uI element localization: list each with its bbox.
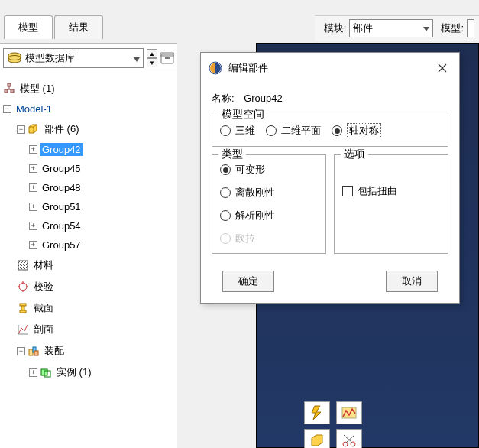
svg-rect-26 xyxy=(20,310,26,313)
section-icon xyxy=(17,302,29,314)
tree-group54[interactable]: + Group54 xyxy=(2,216,176,235)
tree-group45[interactable]: + Group45 xyxy=(2,159,176,178)
module-select-value: 部件 xyxy=(353,21,373,35)
name-label: 名称: xyxy=(212,93,235,104)
tree-group51[interactable]: + Group51 xyxy=(2,197,176,216)
tree-sections[interactable]: 截面 xyxy=(2,297,176,319)
model-root-icon xyxy=(3,83,15,95)
svg-line-17 xyxy=(21,263,28,270)
tree-assembly-label: 装配 xyxy=(42,343,66,359)
tab-model[interactable]: 模型 xyxy=(4,15,53,39)
tree-group48-label: Group48 xyxy=(40,181,83,194)
collapse-icon[interactable]: − xyxy=(17,125,25,134)
tree-calibrations-label: 校验 xyxy=(31,279,56,294)
radio-2d-planar[interactable]: 二维平面 xyxy=(266,124,321,138)
model-label: 模型: xyxy=(441,21,464,35)
tree-model-1-label: Model-1 xyxy=(14,102,54,115)
svg-line-41 xyxy=(344,435,352,443)
spin-up-icon[interactable]: ▲ xyxy=(147,49,157,58)
tree-materials-label: 材料 xyxy=(31,258,56,273)
svg-rect-5 xyxy=(8,83,11,86)
chevron-down-icon xyxy=(423,24,429,33)
radio-discrete-rigid[interactable]: 离散刚性 xyxy=(220,186,275,200)
expand-icon[interactable]: + xyxy=(29,222,37,230)
fieldset-model-space: 模型空间 三维 二维平面 轴对称 xyxy=(212,115,448,147)
collapse-icon[interactable]: − xyxy=(17,347,25,355)
tree-sections-label: 截面 xyxy=(31,300,56,316)
fieldset-type: 类型 可变形 离散刚性 解析刚性 欧拉 xyxy=(212,154,326,254)
db-select-label: 模型数据库 xyxy=(25,51,75,65)
module-select[interactable]: 部件 xyxy=(349,19,433,37)
checkbox-icon xyxy=(342,186,353,196)
collapse-icon[interactable]: − xyxy=(3,105,11,113)
checkbox-include-twist[interactable]: 包括扭曲 xyxy=(342,184,440,198)
svg-rect-4 xyxy=(165,57,170,59)
tree-group42-label: Group42 xyxy=(40,143,83,156)
cancel-button[interactable]: 取消 xyxy=(386,271,438,292)
radio-deformable[interactable]: 可变形 xyxy=(220,163,265,177)
tab-results[interactable]: 结果 xyxy=(54,15,103,39)
expand-icon[interactable]: + xyxy=(29,145,37,154)
ok-button[interactable]: 确定 xyxy=(222,271,274,292)
close-button[interactable] xyxy=(433,59,451,77)
expand-icon[interactable]: + xyxy=(29,183,37,192)
svg-rect-9 xyxy=(11,89,14,93)
model-tree: 模型 (1) − Model-1 − 部件 (6) + Group42 + Gr… xyxy=(0,73,177,388)
db-select[interactable]: 模型数据库 xyxy=(3,48,144,68)
tree-group57-label: Group57 xyxy=(40,239,83,252)
tree-calibrations[interactable]: 校验 xyxy=(2,276,176,297)
svg-point-19 xyxy=(19,283,27,291)
tree-profiles-label: 剖面 xyxy=(31,322,56,337)
expand-icon[interactable]: + xyxy=(29,241,37,249)
name-value: Group42 xyxy=(244,93,283,104)
tree-parts[interactable]: − 部件 (6) xyxy=(2,118,176,140)
svg-rect-25 xyxy=(21,306,24,310)
assembly-icon xyxy=(28,345,40,357)
part-icon xyxy=(28,123,40,135)
db-row: 模型数据库 ▲ ▼ xyxy=(0,44,177,73)
name-row: 名称: Group42 xyxy=(212,91,448,106)
tool-cut-icon[interactable] xyxy=(336,429,362,448)
type-legend: 类型 xyxy=(218,148,246,161)
tree-profiles[interactable]: 剖面 xyxy=(2,319,176,340)
tree-instances-label: 实例 (1) xyxy=(54,365,94,380)
svg-line-15 xyxy=(18,261,24,266)
expand-icon[interactable]: + xyxy=(29,203,37,211)
abaqus-icon xyxy=(209,61,222,75)
dialog-title: 编辑部件 xyxy=(228,61,268,75)
module-label: 模块: xyxy=(324,21,347,35)
calibration-icon xyxy=(17,281,29,293)
tool-shape-icon[interactable] xyxy=(304,429,330,448)
archive-icon[interactable] xyxy=(160,51,174,65)
tree-group48[interactable]: + Group48 xyxy=(2,178,176,197)
spin-down-icon[interactable]: ▼ xyxy=(147,58,157,67)
database-icon xyxy=(7,52,22,64)
tree-group42[interactable]: + Group42 xyxy=(2,140,176,159)
tree-group51-label: Group51 xyxy=(40,200,83,213)
part-toolbox xyxy=(304,401,364,448)
dialog-titlebar: 编辑部件 xyxy=(201,53,459,83)
tool-wave-icon[interactable] xyxy=(336,401,362,424)
tree-model-1[interactable]: − Model-1 xyxy=(2,99,176,118)
tree-group57[interactable]: + Group57 xyxy=(2,235,176,255)
tree-models-root[interactable]: 模型 (1) xyxy=(2,78,176,99)
instance-icon xyxy=(40,366,52,378)
tool-lightning-icon[interactable] xyxy=(304,401,330,424)
tree-materials[interactable]: 材料 xyxy=(2,255,176,276)
tree-assembly[interactable]: − 装配 xyxy=(2,340,176,362)
radio-3d[interactable]: 三维 xyxy=(220,124,255,138)
svg-rect-29 xyxy=(29,349,33,355)
model-select[interactable] xyxy=(467,19,474,37)
tree-instances[interactable]: + 实例 (1) xyxy=(2,362,176,383)
materials-icon xyxy=(17,259,29,271)
tree-group54-label: Group54 xyxy=(40,219,83,232)
svg-line-42 xyxy=(346,435,354,443)
radio-analytical-rigid[interactable]: 解析刚性 xyxy=(220,209,275,222)
expand-icon[interactable]: + xyxy=(29,164,37,173)
expand-icon[interactable]: + xyxy=(29,368,37,377)
svg-marker-37 xyxy=(312,406,321,420)
spin-buttons[interactable]: ▲ ▼ xyxy=(147,49,157,67)
chevron-down-icon xyxy=(134,53,140,64)
svg-rect-31 xyxy=(34,351,38,355)
radio-axisymmetric[interactable]: 轴对称 xyxy=(332,123,381,138)
